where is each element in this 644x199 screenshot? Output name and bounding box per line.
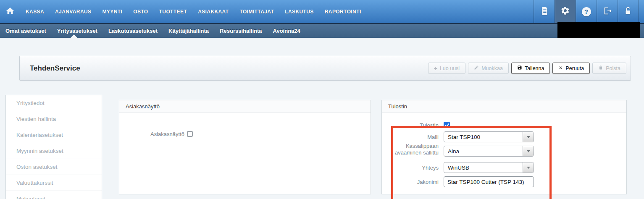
chevron-down-icon bbox=[523, 132, 534, 142]
sidebar-item-myynnin-asetukset[interactable]: Myynnin asetukset bbox=[6, 143, 102, 159]
printer-model-select[interactable]: Star TSP100 bbox=[444, 131, 534, 142]
sidebar-item-viestien-hallinta[interactable]: Viestien hallinta bbox=[6, 111, 102, 127]
nav-laskutus[interactable]: LASKUTUS bbox=[285, 9, 314, 15]
logout-icon bbox=[603, 6, 612, 17]
home-icon bbox=[5, 6, 15, 17]
sidebar-item-maksutavat[interactable]: Maksutavat bbox=[6, 191, 102, 199]
pencil-icon bbox=[474, 65, 479, 71]
share-name-label: Jakonimi bbox=[386, 179, 439, 186]
sidebar-item-valuuttakurssit[interactable]: Valuuttakurssit bbox=[6, 175, 102, 191]
save-button[interactable]: Tallenna bbox=[511, 63, 550, 74]
customer-display-checkbox[interactable] bbox=[187, 131, 193, 137]
top-navigation: KASSA AJANVARAUS MYYNTI OSTO TUOTTEET AS… bbox=[0, 0, 644, 23]
customer-display-panel-title: Asiakasnäyttö bbox=[119, 100, 371, 113]
documents-icon bbox=[540, 6, 549, 17]
cash-drawer-select[interactable]: Aina bbox=[444, 146, 534, 157]
printer-panel-body: Tulostin Malli Star TSP100 Kassalippaan … bbox=[382, 113, 626, 194]
sidebar-item-kalenteriasetukset[interactable]: Kalenteriasetukset bbox=[6, 127, 102, 143]
subnav-resurssihallinta[interactable]: Resurssihallinta bbox=[220, 28, 262, 34]
redacted-area bbox=[557, 22, 640, 38]
trash-icon bbox=[598, 65, 603, 71]
settings-sub-navigation: Omat asetukset Yritysasetukset Laskutusa… bbox=[0, 23, 644, 38]
nav-myynti[interactable]: MYYNTI bbox=[102, 9, 122, 15]
plus-icon: + bbox=[434, 65, 437, 71]
customer-display-checkbox-label: Asiakasnäyttö bbox=[124, 131, 184, 138]
edit-label: Muokkaa bbox=[481, 65, 503, 71]
page-header-panel: TehdenService + Luo uusi Muokkaa Tallenn… bbox=[19, 56, 631, 81]
help-icon bbox=[582, 7, 591, 16]
customer-display-panel: Asiakasnäyttö Asiakasnäyttö bbox=[119, 100, 371, 194]
subnav-kayttajahallinta[interactable]: Käyttäjähallinta bbox=[168, 28, 209, 34]
share-name-input[interactable] bbox=[444, 176, 534, 187]
sidebar-item-oston-asetukset[interactable]: Oston asetukset bbox=[6, 159, 102, 175]
connection-select[interactable]: WinUSB bbox=[444, 162, 534, 173]
nav-osto[interactable]: OSTO bbox=[133, 9, 148, 15]
delete-label: Poista bbox=[606, 65, 620, 71]
delete-button[interactable]: Poista bbox=[592, 63, 626, 74]
edit-button[interactable]: Muokkaa bbox=[468, 63, 509, 74]
documents-button[interactable] bbox=[534, 0, 555, 23]
close-icon bbox=[558, 65, 563, 71]
printer-panel: Tulostin Tulostin Malli Star TSP100 Kass… bbox=[381, 100, 627, 194]
settings-gear-icon bbox=[560, 6, 570, 17]
printer-panel-title: Tulostin bbox=[382, 100, 626, 113]
app-root: KASSA AJANVARAUS MYYNTI OSTO TUOTTEET AS… bbox=[0, 0, 644, 199]
nav-tuotteet[interactable]: TUOTTEET bbox=[159, 9, 187, 15]
logout-button[interactable] bbox=[597, 0, 618, 23]
create-new-button[interactable]: + Luo uusi bbox=[428, 63, 465, 74]
nav-toimittajat[interactable]: TOIMITTAJAT bbox=[240, 9, 274, 15]
printer-model-value: Star TSP100 bbox=[444, 134, 523, 140]
nav-raportointi[interactable]: RAPORTOINTI bbox=[325, 9, 361, 15]
chevron-down-icon bbox=[523, 146, 534, 156]
settings-button[interactable] bbox=[555, 0, 576, 23]
action-button-row: + Luo uusi Muokkaa Tallenna Peruuta bbox=[428, 63, 626, 74]
save-label: Tallenna bbox=[525, 65, 544, 71]
settings-sidebar: Yritystiedot Viestien hallinta Kalenteri… bbox=[5, 95, 102, 199]
sidebar-item-yritystiedot[interactable]: Yritystiedot bbox=[6, 95, 102, 111]
printer-checkbox[interactable] bbox=[444, 122, 450, 128]
cash-drawer-value: Aina bbox=[444, 148, 523, 154]
cancel-label: Peruuta bbox=[565, 65, 584, 71]
floppy-icon bbox=[517, 65, 522, 71]
subnav-omat-asetukset[interactable]: Omat asetukset bbox=[5, 28, 46, 34]
subnav-laskutusasetukset[interactable]: Laskutusasetukset bbox=[108, 28, 158, 34]
lock-button[interactable] bbox=[618, 0, 639, 23]
help-button[interactable] bbox=[576, 0, 597, 23]
printer-checkbox-label: Tulostin bbox=[386, 122, 439, 129]
create-new-label: Luo uusi bbox=[440, 65, 460, 71]
printer-model-label: Malli bbox=[386, 134, 439, 141]
connection-label: Yhteys bbox=[386, 165, 439, 171]
nav-kassa[interactable]: KASSA bbox=[26, 9, 44, 15]
customer-display-panel-body: Asiakasnäyttö bbox=[119, 113, 371, 194]
unlock-icon bbox=[623, 6, 633, 17]
subnav-avoinna24[interactable]: Avoinna24 bbox=[273, 28, 300, 34]
top-icon-bar bbox=[534, 0, 639, 23]
nav-ajanvaraus[interactable]: AJANVARAUS bbox=[55, 9, 91, 15]
page-title: TehdenService bbox=[30, 64, 80, 73]
nav-asiakkaat[interactable]: ASIAKKAAT bbox=[198, 9, 229, 15]
connection-value: WinUSB bbox=[444, 165, 523, 171]
cancel-button[interactable]: Peruuta bbox=[552, 63, 590, 74]
home-button[interactable] bbox=[0, 0, 20, 23]
chevron-down-icon bbox=[523, 162, 534, 173]
active-tab-indicator bbox=[71, 34, 77, 38]
cash-drawer-label: Kassalippaan avaaminen sallittu bbox=[386, 143, 439, 156]
subnav-yritysasetukset[interactable]: Yritysasetukset bbox=[57, 28, 97, 34]
